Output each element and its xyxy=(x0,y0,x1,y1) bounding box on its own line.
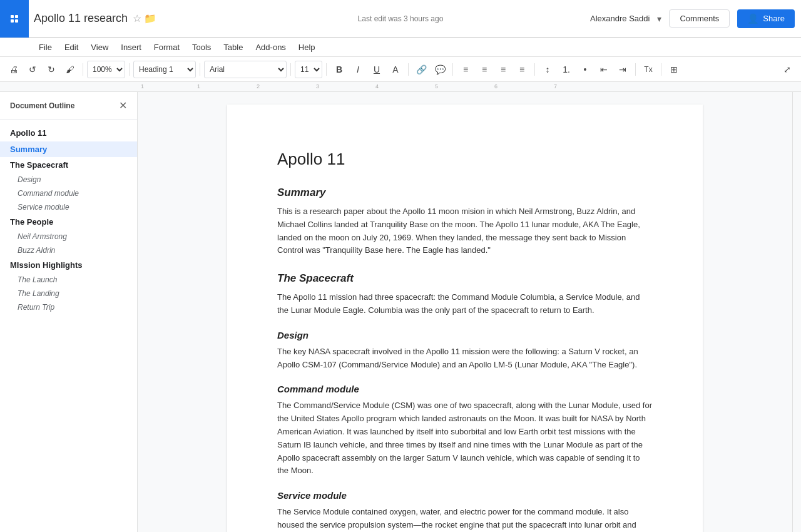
outline-item-return[interactable]: Return Trip xyxy=(0,300,137,314)
outline-item-landing[interactable]: The Landing xyxy=(0,287,137,300)
outline-item-people[interactable]: The People xyxy=(0,214,137,230)
zoom-select[interactable]: 100% 75% 125% xyxy=(87,61,125,78)
font-select[interactable]: Arial Times New Roman Courier New xyxy=(204,61,287,78)
section-summary-body: This is a research paper about the Apoll… xyxy=(277,205,653,257)
folder-icon[interactable]: 📁 xyxy=(144,13,156,24)
app-icon xyxy=(0,0,29,38)
divider-1 xyxy=(83,63,83,76)
menu-addons[interactable]: Add-ons xyxy=(250,40,290,54)
outline-item-apollo11[interactable]: Apollo 11 xyxy=(0,125,137,141)
outline-item-summary[interactable]: Summary xyxy=(0,141,137,157)
outline-item-launch[interactable]: The Launch xyxy=(0,273,137,287)
expand-button[interactable]: ⤢ xyxy=(778,61,796,78)
menu-bar: File Edit View Insert Format Tools Table… xyxy=(0,38,801,57)
numbered-list-button[interactable]: 1. xyxy=(558,61,575,78)
italic-button[interactable]: I xyxy=(349,61,367,78)
underline-button[interactable]: U xyxy=(368,61,385,78)
divider-9 xyxy=(635,63,636,76)
last-edit: Last edit was 3 hours ago xyxy=(358,14,444,23)
clear-format-button[interactable]: Tx xyxy=(640,61,657,78)
divider-6 xyxy=(408,63,409,76)
document-area[interactable]: Apollo 11 Summary This is a research pap… xyxy=(138,92,792,532)
document-page: Apollo 11 Summary This is a research pap… xyxy=(227,105,703,532)
link-button[interactable]: 🔗 xyxy=(412,61,430,78)
heading-select[interactable]: Heading 1 Heading 2 Normal text xyxy=(133,61,196,78)
doc-title[interactable]: Apollo 11 research xyxy=(34,12,128,25)
divider-10 xyxy=(661,63,661,76)
font-size-select[interactable]: 11 10 12 14 xyxy=(295,61,322,78)
close-icon[interactable]: ✕ xyxy=(119,100,127,111)
menu-format[interactable]: Format xyxy=(149,40,185,54)
menu-insert[interactable]: Insert xyxy=(116,40,146,54)
line-spacing-button[interactable]: ↕ xyxy=(539,61,556,78)
user-name: Alexandre Saddi xyxy=(590,14,650,23)
section-command-module-body: The Command/Service Module (CSM) was one… xyxy=(277,399,653,478)
divider-8 xyxy=(534,63,535,76)
divider-5 xyxy=(326,63,327,76)
insert-table-button[interactable]: ⊞ xyxy=(665,61,683,78)
menu-file[interactable]: File xyxy=(34,40,57,54)
comments-button[interactable]: Comments xyxy=(669,9,730,28)
user-chevron[interactable]: ▾ xyxy=(657,14,661,24)
document-outline-sidebar: Document Outline ✕ Apollo 11 Summary The… xyxy=(0,92,138,532)
redo-button[interactable]: ↻ xyxy=(43,61,60,78)
undo-button[interactable]: ↺ xyxy=(24,61,41,78)
section-spacecraft-body: The Apollo 11 mission had three spacecra… xyxy=(277,291,653,317)
section-summary-heading: Summary xyxy=(277,187,653,199)
menu-edit[interactable]: Edit xyxy=(59,40,83,54)
outline-item-design[interactable]: Design xyxy=(0,173,137,187)
text-color-button[interactable]: A xyxy=(387,61,404,78)
outline-item-mission[interactable]: MIssion Highlights xyxy=(0,257,137,273)
section-service-module-body: The Service Module contained oxygen, wat… xyxy=(277,506,653,532)
bold-button[interactable]: B xyxy=(330,61,348,78)
section-design-heading: Design xyxy=(277,330,653,340)
outline-item-spacecraft[interactable]: The Spacecraft xyxy=(0,157,137,173)
section-spacecraft-heading: The Spacecraft xyxy=(277,272,653,285)
doc-main-title: Apollo 11 xyxy=(277,150,653,169)
menu-view[interactable]: View xyxy=(86,40,113,54)
align-center-button[interactable]: ≡ xyxy=(476,61,493,78)
print-button[interactable]: 🖨 xyxy=(5,61,23,78)
outline-items: Apollo 11 Summary The Spacecraft Design … xyxy=(0,120,137,319)
divider-2 xyxy=(129,63,130,76)
outline-item-command-module[interactable]: Command module xyxy=(0,187,137,200)
decrease-indent-button[interactable]: ⇤ xyxy=(595,61,613,78)
bullet-list-button[interactable]: • xyxy=(576,61,594,78)
section-service-module-heading: Service module xyxy=(277,490,653,501)
menu-help[interactable]: Help xyxy=(293,40,320,54)
outline-item-neil[interactable]: Neil Armstrong xyxy=(0,230,137,243)
star-icon[interactable]: ☆ xyxy=(133,13,141,24)
paint-format-button[interactable]: 🖌 xyxy=(61,61,79,78)
divider-7 xyxy=(452,63,453,76)
align-right-button[interactable]: ≡ xyxy=(494,61,512,78)
section-design-body: The key NASA spacecraft involved in the … xyxy=(277,345,653,372)
share-button[interactable]: 👤 Share xyxy=(737,9,795,28)
divider-3 xyxy=(200,63,200,76)
comment-button[interactable]: 💬 xyxy=(431,61,449,78)
right-sidebar xyxy=(792,92,801,532)
divider-4 xyxy=(290,63,291,76)
ruler: 1 1 2 3 4 5 6 7 xyxy=(0,82,801,92)
toolbar: 🖨 ↺ ↻ 🖌 100% 75% 125% Heading 1 Heading … xyxy=(0,57,801,82)
menu-tools[interactable]: Tools xyxy=(187,40,216,54)
outline-item-service-module[interactable]: Service module xyxy=(0,200,137,214)
align-left-button[interactable]: ≡ xyxy=(457,61,474,78)
sidebar-title: Document Outline xyxy=(10,101,74,110)
outline-item-buzz[interactable]: Buzz Aldrin xyxy=(0,243,137,257)
menu-table[interactable]: Table xyxy=(218,40,248,54)
justify-button[interactable]: ≡ xyxy=(513,61,531,78)
share-person-icon: 👤 xyxy=(747,13,759,24)
section-command-module-heading: Command module xyxy=(277,384,653,394)
increase-indent-button[interactable]: ⇥ xyxy=(614,61,631,78)
